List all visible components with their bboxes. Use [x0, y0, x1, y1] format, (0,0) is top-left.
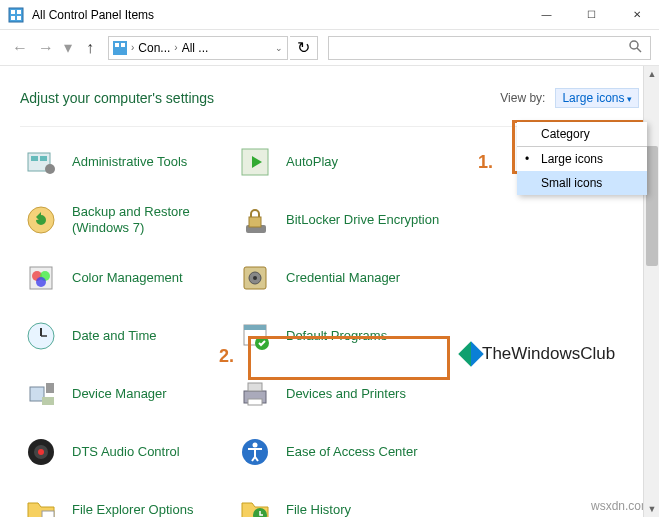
search-box[interactable] — [328, 36, 651, 60]
svg-rect-30 — [244, 325, 266, 330]
item-label: File History — [286, 502, 351, 517]
menu-item-small-icons[interactable]: Small icons — [517, 171, 647, 195]
breadcrumb-seg2[interactable]: All ... — [182, 41, 209, 55]
safe-icon — [238, 261, 272, 295]
breadcrumb-seg1[interactable]: Con... — [138, 41, 170, 55]
scroll-up-icon[interactable]: ▲ — [644, 66, 659, 82]
breadcrumb-sep-icon: › — [174, 42, 177, 53]
item-credential-manager[interactable]: Credential Manager — [234, 255, 444, 301]
view-by-dropdown[interactable]: Large icons — [555, 88, 639, 108]
item-label: Default Programs — [286, 328, 387, 344]
item-ease-of-access[interactable]: Ease of Access Center — [234, 429, 444, 475]
clock-icon — [24, 319, 58, 353]
item-label: Color Management — [72, 270, 183, 286]
recent-locations-button[interactable]: ▾ — [60, 36, 76, 60]
svg-rect-36 — [248, 383, 262, 391]
svg-point-22 — [36, 277, 46, 287]
maximize-button[interactable]: ☐ — [569, 0, 614, 29]
content-area: Adjust your computer's settings View by:… — [0, 66, 659, 517]
item-label: Device Manager — [72, 386, 167, 402]
item-color-management[interactable]: Color Management — [20, 255, 230, 301]
address-dropdown-icon[interactable]: ⌄ — [275, 43, 283, 53]
item-bitlocker[interactable]: BitLocker Drive Encryption — [234, 197, 444, 243]
autoplay-icon — [238, 145, 272, 179]
item-label: Ease of Access Center — [286, 444, 418, 460]
svg-point-40 — [38, 449, 44, 455]
item-label: DTS Audio Control — [72, 444, 180, 460]
item-autoplay[interactable]: AutoPlay — [234, 139, 444, 185]
nav-bar: ← → ▾ ↑ › Con... › All ... ⌄ ↻ — [0, 30, 659, 66]
watermark-brand: TheWindowsClub — [462, 344, 615, 364]
svg-rect-12 — [40, 156, 47, 161]
up-button[interactable]: ↑ — [78, 36, 102, 60]
forward-button[interactable]: → — [34, 36, 58, 60]
svg-point-25 — [253, 276, 257, 280]
svg-rect-2 — [17, 10, 21, 14]
accessibility-icon — [238, 435, 272, 469]
programs-icon — [238, 319, 272, 353]
refresh-button[interactable]: ↻ — [290, 36, 318, 60]
printer-icon — [238, 377, 272, 411]
item-device-manager[interactable]: Device Manager — [20, 371, 230, 417]
color-icon — [24, 261, 58, 295]
svg-rect-7 — [121, 43, 125, 47]
svg-rect-32 — [30, 387, 44, 401]
history-icon — [238, 493, 272, 517]
svg-rect-34 — [42, 397, 54, 405]
view-by-control: View by: Large icons — [500, 91, 639, 105]
search-icon[interactable] — [628, 39, 642, 57]
back-button[interactable]: ← — [8, 36, 32, 60]
svg-rect-4 — [17, 16, 21, 20]
item-file-explorer-options[interactable]: File Explorer Options — [20, 487, 230, 517]
close-button[interactable]: ✕ — [614, 0, 659, 29]
item-label: File Explorer Options — [72, 502, 193, 517]
item-devices-printers[interactable]: Devices and Printers — [234, 371, 444, 417]
item-label: Devices and Printers — [286, 386, 406, 402]
svg-point-13 — [45, 164, 55, 174]
svg-rect-18 — [249, 217, 261, 227]
menu-item-large-icons[interactable]: Large icons — [517, 147, 647, 171]
brand-text: TheWindowsClub — [482, 344, 615, 364]
view-by-menu: Category Large icons Small icons — [517, 122, 647, 195]
window-title: All Control Panel Items — [32, 8, 524, 22]
scroll-thumb[interactable] — [646, 146, 658, 266]
item-label: Administrative Tools — [72, 154, 187, 170]
menu-item-category[interactable]: Category — [517, 122, 647, 146]
svg-rect-1 — [11, 10, 15, 14]
tools-icon — [24, 145, 58, 179]
svg-point-8 — [630, 41, 638, 49]
svg-line-9 — [637, 48, 641, 52]
scroll-down-icon[interactable]: ▼ — [644, 501, 659, 517]
item-date-time[interactable]: Date and Time — [20, 313, 230, 359]
lock-icon — [238, 203, 272, 237]
item-label: Credential Manager — [286, 270, 400, 286]
control-panel-breadcrumb-icon — [113, 41, 127, 55]
hardware-icon — [24, 377, 58, 411]
breadcrumb-sep-icon: › — [131, 42, 134, 53]
svg-point-42 — [253, 443, 258, 448]
item-file-history[interactable]: File History — [234, 487, 444, 517]
item-label: AutoPlay — [286, 154, 338, 170]
item-administrative-tools[interactable]: Administrative Tools — [20, 139, 230, 185]
title-bar: All Control Panel Items — ☐ ✕ — [0, 0, 659, 30]
watermark-site: wsxdn.com — [591, 499, 651, 513]
svg-rect-37 — [248, 399, 262, 405]
svg-rect-11 — [31, 156, 38, 161]
item-default-programs[interactable]: Default Programs — [234, 313, 444, 359]
folder-options-icon — [24, 493, 58, 517]
svg-rect-6 — [115, 43, 119, 47]
item-label: Date and Time — [72, 328, 157, 344]
brand-logo-icon — [458, 341, 483, 366]
item-backup-restore[interactable]: Backup and Restore (Windows 7) — [20, 197, 230, 243]
minimize-button[interactable]: — — [524, 0, 569, 29]
item-label: Backup and Restore (Windows 7) — [72, 204, 226, 237]
audio-icon — [24, 435, 58, 469]
item-dts-audio[interactable]: DTS Audio Control — [20, 429, 230, 475]
page-heading: Adjust your computer's settings — [20, 90, 500, 106]
view-by-label: View by: — [500, 91, 545, 105]
svg-rect-3 — [11, 16, 15, 20]
address-bar[interactable]: › Con... › All ... ⌄ — [108, 36, 288, 60]
annotation-label-2: 2. — [219, 346, 234, 367]
control-panel-icon — [8, 7, 24, 23]
search-input[interactable] — [337, 41, 628, 55]
